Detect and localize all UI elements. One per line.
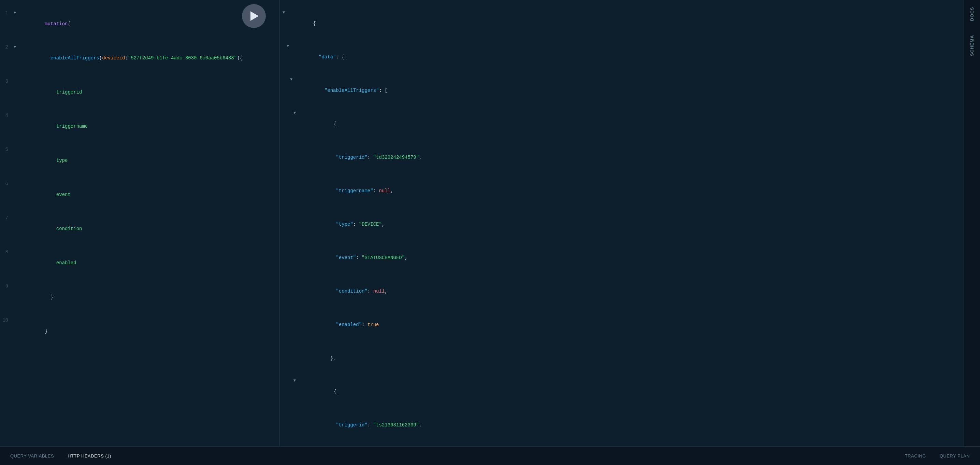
result-content-obj1-close: }, xyxy=(290,342,964,374)
val-triggerid-1: "td329242494579" xyxy=(373,154,419,160)
code-line-4: 4 triggername xyxy=(0,109,280,143)
result-content-tn1: "triggername": null, xyxy=(290,174,964,207)
paren-close: ){ xyxy=(237,55,243,61)
func-name: enableAllTriggers xyxy=(51,55,99,61)
tab-tracing[interactable]: TRACING xyxy=(905,453,926,459)
colon-event1: : xyxy=(356,255,362,261)
result-content-tid2: "triggerid": "ts213631162339", xyxy=(290,409,964,441)
field-triggerid: triggerid xyxy=(56,89,82,95)
result-content-cond1: "condition": null, xyxy=(290,275,964,307)
param-value: "527f2d49-b1fe-4adc-8030-6c0aa05b6488" xyxy=(128,55,237,61)
result-arrow-obj1: ▼ xyxy=(280,108,293,118)
main-content: 1 ▼ mutation{ 2 ▼ enableAllTriggers(devi… xyxy=(0,0,980,446)
result-line-condition-1: "condition": null, xyxy=(280,274,964,308)
colon-cond1: : xyxy=(368,288,373,294)
result-line-data: ▼ "data": { xyxy=(280,40,964,74)
key-enableAllTriggers: "enableAllTriggers" xyxy=(313,88,379,93)
field-condition: condition xyxy=(56,226,82,231)
code-line-3: 3 triggerid xyxy=(0,75,280,109)
result-content-event1: "event": "STATUSCHANGED", xyxy=(290,241,964,274)
result-line-triggername-2: "triggername": null, xyxy=(280,442,964,446)
val-event-1: "STATUSCHANGED" xyxy=(362,255,405,261)
indent-2 xyxy=(45,55,51,61)
keyword-mutation: mutation xyxy=(45,21,68,27)
colon-enabled1: : xyxy=(362,322,368,327)
tab-docs[interactable]: DOCS xyxy=(965,0,978,28)
field-enabled: enabled xyxy=(56,260,76,266)
brace-1: { xyxy=(68,21,70,27)
line-content-8: enabled xyxy=(22,247,280,279)
indent-4 xyxy=(45,124,56,129)
field-type: type xyxy=(56,158,68,163)
indent-5 xyxy=(45,158,56,163)
line-content-5: type xyxy=(22,144,280,177)
line-content-4: triggername xyxy=(22,110,280,143)
tab-query-plan[interactable]: QUERY PLAN xyxy=(940,453,970,459)
line-number-7: 7 xyxy=(0,212,14,223)
key-data: "data" xyxy=(313,54,336,60)
key-event-1: "event" xyxy=(313,255,356,261)
comma-type1: , xyxy=(382,221,385,227)
run-query-button[interactable] xyxy=(242,4,266,28)
paren-open: ( xyxy=(99,55,102,61)
comma-tid2: , xyxy=(419,422,422,428)
indent-6 xyxy=(45,192,56,197)
comma-event1: , xyxy=(405,255,407,261)
colon-tn1: : xyxy=(373,188,379,194)
brace-close-10: } xyxy=(45,328,48,334)
code-line-2: 2 ▼ enableAllTriggers(deviceid:"527f2d49… xyxy=(0,41,280,75)
result-arrow-eat: ▼ xyxy=(280,74,290,85)
key-condition-1: "condition" xyxy=(313,288,368,294)
result-content-root-open: { xyxy=(290,7,964,40)
code-line-9: 9 } xyxy=(0,280,280,314)
sidebar-tabs: DOCS SCHEMA xyxy=(964,0,980,446)
colon-tid1: : xyxy=(368,154,373,160)
comma-tn1: , xyxy=(390,188,393,194)
colon-eat: : [ xyxy=(379,88,387,93)
result-line-event-1: "event": "STATUSCHANGED", xyxy=(280,241,964,274)
comma-cond1: , xyxy=(385,288,387,294)
result-content-obj2-open: { xyxy=(293,375,964,408)
key-type-1: "type" xyxy=(313,221,353,227)
code-line-6: 6 event xyxy=(0,178,280,212)
param-name: deviceid xyxy=(102,55,125,61)
line-content-7: condition xyxy=(22,212,280,245)
key-triggerid-2: "triggerid" xyxy=(313,422,368,428)
bottom-left-tabs: QUERY VARIABLES HTTP HEADERS (1) xyxy=(10,453,111,459)
line-number-3: 3 xyxy=(0,76,14,87)
result-content-tid1: "triggerid": "td329242494579", xyxy=(290,141,964,174)
tab-http-headers[interactable]: HTTP HEADERS (1) xyxy=(68,453,111,459)
tab-query-variables[interactable]: QUERY VARIABLES xyxy=(10,453,54,459)
bottom-bar: QUERY VARIABLES HTTP HEADERS (1) TRACING… xyxy=(0,446,980,465)
colon: : xyxy=(125,55,127,61)
code-line-5: 5 type xyxy=(0,143,280,178)
result-content-tn2: "triggername": null, xyxy=(290,442,964,446)
indent-8 xyxy=(45,260,56,266)
colon-type1: : xyxy=(353,221,359,227)
result-line-obj2-open: ▼ { xyxy=(280,375,964,408)
result-line-triggername-1: "triggername": null, xyxy=(280,174,964,208)
key-triggerid-1: "triggerid" xyxy=(313,154,368,160)
code-line-1: 1 ▼ mutation{ xyxy=(0,7,280,41)
line-number-8: 8 xyxy=(0,247,14,257)
result-line-triggerid-1: "triggerid": "td329242494579", xyxy=(280,141,964,174)
result-arrow-obj2: ▼ xyxy=(280,375,293,386)
indent-9 xyxy=(45,294,51,300)
result-line-type-1: "type": "DEVICE", xyxy=(280,208,964,241)
colon-tid2: : xyxy=(368,422,373,428)
line-number-4: 4 xyxy=(0,110,14,121)
line-content-6: event xyxy=(22,178,280,211)
result-line-enabled-1: "enabled": true xyxy=(280,308,964,341)
field-event: event xyxy=(56,192,71,197)
result-content-type1: "type": "DEVICE", xyxy=(290,208,964,241)
val-triggerid-2: "ts213631162339" xyxy=(373,422,419,428)
tab-schema[interactable]: SCHEMA xyxy=(965,28,978,63)
obj1-brace-close: }, xyxy=(313,355,336,361)
query-editor: 1 ▼ mutation{ 2 ▼ enableAllTriggers(devi… xyxy=(0,0,280,446)
result-line-root-open: ▼ { xyxy=(280,7,964,40)
line-number-9: 9 xyxy=(0,281,14,291)
line-number-10: 10 xyxy=(0,315,14,326)
result-arrow-root: ▼ xyxy=(280,7,290,18)
result-arrow-data: ▼ xyxy=(280,41,290,51)
line-content-9: } xyxy=(22,281,280,314)
